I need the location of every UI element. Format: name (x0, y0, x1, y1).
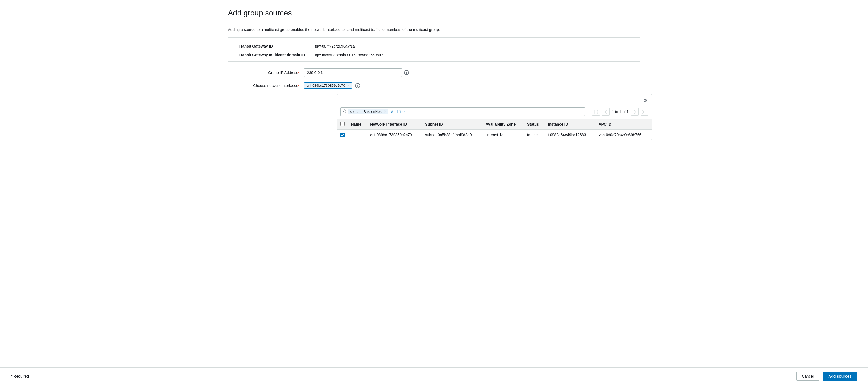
cell-subnet-id: subnet-0a5b38d1faaf9d3e0 (422, 130, 482, 140)
group-ip-label: Group IP Address* (239, 70, 304, 75)
group-ip-row: Group IP Address* i (239, 68, 640, 77)
add-filter-button[interactable]: Add filter (390, 110, 407, 114)
interface-table: Name Network Interface ID Subnet ID Avai… (337, 119, 652, 140)
col-header-instance-id: Instance ID (545, 119, 595, 130)
search-tag: search : BastionHost ✕ (348, 109, 389, 115)
table-body: - eni-089bc1730859c2c70 subnet-0a5b38d1f… (337, 130, 652, 140)
network-interfaces-row: Choose network interfaces* eni-089bc1730… (239, 82, 640, 89)
search-icon (343, 109, 346, 114)
select-all-checkbox[interactable] (340, 122, 345, 126)
col-header-network-interface-id: Network Interface ID (367, 119, 422, 130)
cell-availability-zone: us-east-1a (483, 130, 524, 140)
transit-gateway-value: tgw-087f72ef2696a7f1a (315, 44, 355, 49)
last-page-button[interactable]: ❯❘ (641, 108, 648, 116)
prev-page-button[interactable]: ❮ (602, 108, 610, 116)
table-header-row: Name Network Interface ID Subnet ID Avai… (337, 119, 652, 130)
group-ip-input[interactable] (304, 68, 402, 77)
col-header-subnet-id: Subnet ID (422, 119, 482, 130)
row-checkbox-cell (337, 130, 348, 140)
selected-interface-tag: eni-089bc1730859c2c70 ✕ (304, 82, 352, 89)
header-checkbox-col (337, 119, 348, 130)
group-ip-info-icon: i (404, 70, 409, 75)
cell-network-interface-id: eni-089bc1730859c2c70 (367, 130, 422, 140)
col-header-status: Status (524, 119, 545, 130)
cell-vpc-id: vpc-0d0e70b4c9c69b766 (595, 130, 651, 140)
pagination-info: 1 to 1 of 1 (612, 110, 628, 114)
clear-search-button[interactable]: ✕ (384, 110, 386, 113)
form-section: Group IP Address* i Choose network inter… (228, 68, 640, 140)
table-settings-button[interactable]: ⚙ (642, 96, 648, 105)
info-section: Transit Gateway ID tgw-087f72ef2696a7f1a… (228, 44, 640, 57)
multicast-domain-value: tgw-mcast-domain-001618e9dea659697 (315, 53, 383, 57)
transit-gateway-label: Transit Gateway ID (239, 44, 315, 49)
col-header-name: Name (348, 119, 367, 130)
info-divider (228, 61, 640, 62)
col-header-vpc-id: VPC ID (595, 119, 651, 130)
table-settings-row: ⚙ (337, 94, 652, 105)
cell-instance-id: i-0982a64e49bd12683 (545, 130, 595, 140)
table-row: - eni-089bc1730859c2c70 subnet-0a5b38d1f… (337, 130, 652, 140)
next-page-button[interactable]: ❯ (631, 108, 639, 116)
cell-status: in-use (524, 130, 545, 140)
interface-table-container: ⚙ se (337, 94, 652, 140)
svg-line-1 (345, 112, 346, 113)
network-interfaces-info-icon: i (355, 83, 360, 88)
multicast-domain-label: Transit Gateway multicast domain ID (239, 53, 315, 57)
page-description: Adding a source to a multicast group ena… (228, 27, 640, 32)
cell-name: - (348, 130, 367, 140)
network-interfaces-label: Choose network interfaces* (239, 84, 304, 88)
description-divider (228, 37, 640, 37)
multicast-domain-row: Transit Gateway multicast domain ID tgw-… (228, 53, 640, 57)
table-toolbar-left: search : BastionHost ✕ Add filter (340, 108, 592, 116)
search-bar: search : BastionHost ✕ Add filter (340, 108, 585, 116)
table-header: Name Network Interface ID Subnet ID Avai… (337, 119, 652, 130)
transit-gateway-row: Transit Gateway ID tgw-087f72ef2696a7f1a (228, 44, 640, 49)
col-header-availability-zone: Availability Zone (483, 119, 524, 130)
table-toolbar-right: ❘❮ ❮ 1 to 1 of 1 ❯ ❯❘ (592, 108, 648, 116)
first-page-button[interactable]: ❘❮ (592, 108, 600, 116)
remove-interface-button[interactable]: ✕ (347, 84, 349, 88)
page-title: Add group sources (228, 9, 640, 18)
row-checkbox[interactable] (340, 133, 345, 137)
table-toolbar: search : BastionHost ✕ Add filter ❘❮ ❮ 1… (337, 105, 652, 119)
